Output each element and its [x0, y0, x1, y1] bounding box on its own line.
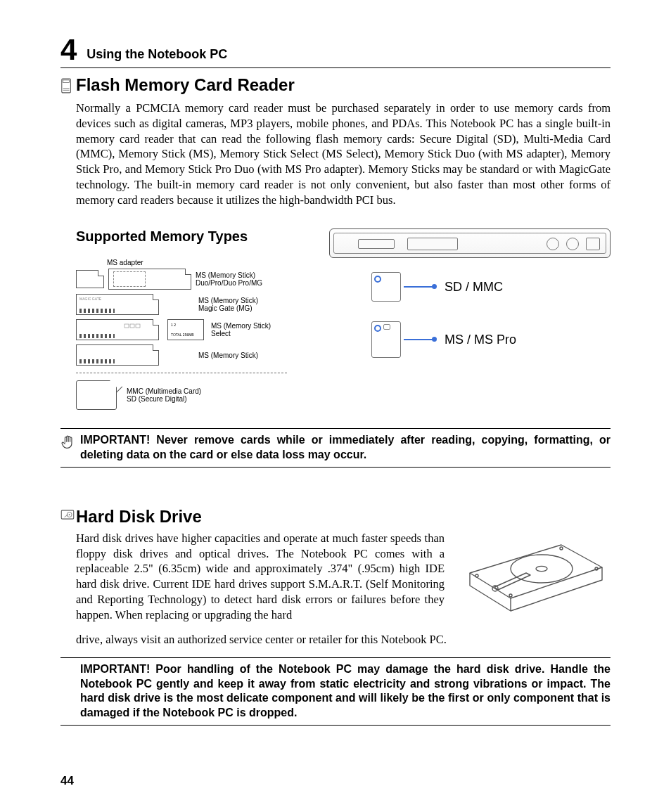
- important-notice: IMPORTANT! Poor handling of the Notebook…: [60, 657, 611, 726]
- mmc-sd-card-icon: [76, 380, 117, 410]
- hdd-icon: [60, 510, 76, 522]
- ms-mg-card-icon: MAGIC GATE: [76, 294, 159, 315]
- chapter-header: 4 Using the Notebook PC: [60, 35, 611, 68]
- section-title-hdd: Hard Disk Drive: [76, 507, 202, 527]
- memory-row: MS (Memory Stick) Duo/Pro/Duo Pro/MG: [76, 269, 315, 290]
- hdd-body-bottom: drive, always visit an authorized servic…: [76, 632, 611, 647]
- hdd-isometric-icon: [456, 531, 611, 632]
- svg-point-14: [475, 574, 478, 577]
- memory-row: MAGIC GATE MS (Memory Stick) Magic Gate …: [76, 294, 315, 315]
- section-row: Hard Disk Drive: [60, 507, 611, 527]
- svg-rect-5: [124, 324, 129, 328]
- ms-adapter-icon: [108, 269, 191, 290]
- hdd-content: Hard disk drives have higher capacities …: [76, 531, 611, 632]
- memory-types-block: Supported Memory Types MS adapter MS (Me…: [76, 228, 611, 414]
- memory-row-label: MS (Memory Stick) Duo/Pro/Duo Pro/MG: [196, 271, 262, 287]
- memory-row: 1 2 TOTAL 256MB MS (Memory Stick) Select: [76, 319, 315, 340]
- svg-rect-7: [136, 324, 140, 328]
- important-text: IMPORTANT! Never remove cards while or i…: [80, 433, 611, 463]
- svg-rect-6: [130, 324, 134, 328]
- slot-label-sd: SD / MMC: [445, 280, 503, 295]
- memory-row-label: MS (Memory Stick) Select: [211, 322, 271, 337]
- section-title-flash: Flash Memory Card Reader: [76, 75, 295, 95]
- slot-row-ms: MS / MS Pro: [329, 321, 611, 358]
- svg-point-17: [509, 594, 512, 597]
- adapter-label: MS adapter: [107, 259, 315, 266]
- ms-card-icon: [76, 344, 159, 366]
- hand-stop-icon: [60, 434, 80, 456]
- svg-rect-1: [63, 80, 70, 83]
- slot-label-ms: MS / MS Pro: [445, 333, 516, 347]
- svg-point-10: [69, 514, 70, 515]
- important-notice: IMPORTANT! Never remove cards while or i…: [60, 428, 611, 468]
- memory-row-label: MMC (Multimedia Card) SD (Secure Digital…: [127, 387, 201, 403]
- memory-card-icon: [60, 78, 76, 96]
- memory-row: MMC (Multimedia Card) SD (Secure Digital…: [76, 380, 315, 410]
- slot-row-sd: SD / MMC: [329, 272, 611, 302]
- memory-subtitle: Supported Memory Types: [76, 228, 315, 245]
- select-switch-icon: 1 2 TOTAL 256MB: [167, 319, 204, 340]
- chapter-title: Using the Notebook PC: [87, 47, 227, 62]
- chapter-number: 4: [60, 35, 77, 65]
- ms-select-card-icon: [76, 319, 159, 340]
- dashed-separator: [76, 373, 287, 373]
- page-number: 44: [60, 774, 74, 788]
- memory-row-label: MS (Memory Stick): [198, 352, 258, 359]
- memory-row-label: MS (Memory Stick) Magic Gate (MG): [198, 297, 258, 312]
- section-row: Flash Memory Card Reader: [60, 75, 611, 96]
- laptop-side-diagram: SD / MMC MS / MS Pro: [329, 228, 611, 378]
- memory-row: MS (Memory Stick): [76, 344, 315, 366]
- sd-slot-icon: [371, 272, 401, 302]
- important-text: IMPORTANT! Poor handling of the Notebook…: [80, 662, 611, 721]
- hdd-body-top: Hard disk drives have higher capacities …: [76, 531, 445, 623]
- svg-point-15: [560, 547, 563, 550]
- ms-slot-icon: [371, 321, 401, 358]
- svg-point-12: [536, 566, 547, 571]
- svg-rect-4: [123, 323, 151, 334]
- svg-point-11: [511, 555, 573, 583]
- section-body-flash: Normally a PCMCIA memory card reader mus…: [76, 101, 611, 207]
- ms-duo-card-icon: [76, 270, 104, 288]
- memory-table: MS adapter MS (Memory Stick) Duo/Pro/Duo…: [76, 259, 315, 410]
